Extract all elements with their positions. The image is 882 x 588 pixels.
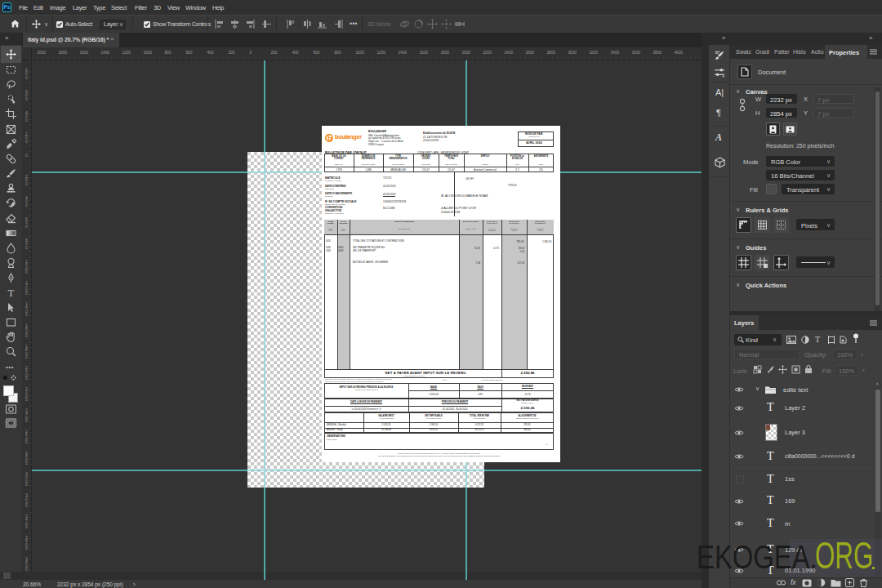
svg-text:T: T — [8, 287, 15, 299]
